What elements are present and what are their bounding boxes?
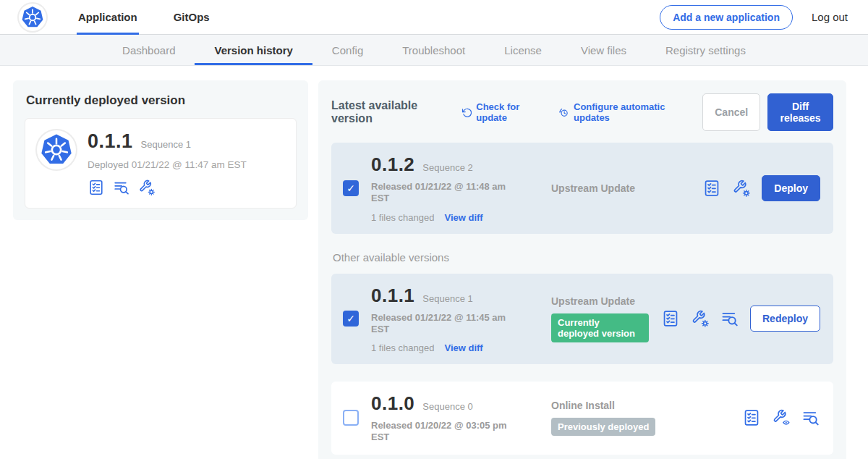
kubernetes-logo bbox=[19, 4, 46, 31]
preflight-checks-icon[interactable] bbox=[742, 408, 761, 427]
released-timestamp: Released 01/21/22 @ 11:45 am EST bbox=[371, 312, 519, 336]
check-for-update-link[interactable]: Check for update bbox=[461, 101, 543, 123]
latest-available-title: Latest available version bbox=[331, 99, 446, 125]
view-logs-icon[interactable] bbox=[113, 179, 130, 196]
version-history-panel: Latest available version Check for updat… bbox=[318, 80, 846, 459]
subnav-config[interactable]: Config bbox=[312, 35, 383, 65]
version-source-label: Online Install bbox=[551, 400, 730, 411]
currently-deployed-title: Currently deployed version bbox=[26, 93, 297, 108]
refresh-icon bbox=[461, 106, 472, 119]
version-row-0-1-0: 0.1.0 Sequence 0 Released 01/20/22 @ 03:… bbox=[331, 382, 833, 455]
view-logs-icon[interactable] bbox=[801, 408, 820, 427]
view-diff-link[interactable]: View diff bbox=[444, 342, 482, 353]
tab-gitops[interactable]: GitOps bbox=[172, 0, 211, 35]
files-changed-label: 1 files changed bbox=[371, 342, 434, 353]
configure-updates-label: Configure automatic updates bbox=[574, 101, 686, 123]
released-timestamp: Released 01/20/22 @ 03:05 pm EST bbox=[371, 420, 519, 444]
preflight-checks-icon[interactable] bbox=[88, 179, 105, 196]
version-source-label: Upstream Update bbox=[551, 182, 690, 194]
version-number: 0.1.2 bbox=[371, 153, 414, 176]
version-number: 0.1.0 bbox=[371, 392, 414, 415]
deployed-sequence-label: Sequence 1 bbox=[141, 139, 191, 150]
edit-config-icon[interactable] bbox=[691, 309, 710, 328]
released-timestamp: Released 01/21/22 @ 11:48 am EST bbox=[371, 181, 519, 205]
deployed-timestamp: Deployed 01/21/22 @ 11:47 am EST bbox=[88, 159, 247, 170]
view-config-icon[interactable] bbox=[772, 408, 791, 427]
diff-releases-button[interactable]: Diff releases bbox=[767, 93, 833, 131]
subnav-troubleshoot[interactable]: Troubleshoot bbox=[383, 35, 485, 65]
deployed-version-number: 0.1.1 bbox=[88, 130, 133, 153]
view-logs-icon[interactable] bbox=[720, 309, 739, 328]
subnav-registry-settings[interactable]: Registry settings bbox=[646, 35, 765, 65]
version-row-0-1-2: ✓ 0.1.2 Sequence 2 Released 01/21/22 @ 1… bbox=[331, 143, 833, 234]
version-number: 0.1.1 bbox=[371, 285, 414, 307]
schedule-update-icon bbox=[558, 106, 569, 119]
app-icon-kubernetes bbox=[37, 130, 76, 169]
app-subnav: Dashboard Version history Config Trouble… bbox=[0, 35, 868, 66]
subnav-view-files[interactable]: View files bbox=[561, 35, 646, 65]
subnav-dashboard[interactable]: Dashboard bbox=[103, 35, 195, 65]
version-source-label: Upstream Update bbox=[551, 295, 649, 307]
subnav-version-history[interactable]: Version history bbox=[195, 35, 312, 65]
deploy-button[interactable]: Deploy bbox=[762, 175, 820, 201]
sequence-label: Sequence 2 bbox=[422, 162, 472, 173]
previously-deployed-badge: Previously deployed bbox=[551, 418, 655, 436]
currently-deployed-panel: Currently deployed version 0.1.1 Sequenc… bbox=[13, 80, 308, 220]
other-versions-title: Other available versions bbox=[333, 251, 833, 264]
add-application-button[interactable]: Add a new application bbox=[660, 5, 793, 30]
preflight-checks-icon[interactable] bbox=[702, 179, 721, 198]
version-checkbox[interactable]: ✓ bbox=[343, 311, 359, 327]
check-for-update-label: Check for update bbox=[476, 101, 542, 123]
currently-deployed-card: 0.1.1 Sequence 1 Deployed 01/21/22 @ 11:… bbox=[25, 118, 297, 209]
logout-link[interactable]: Log out bbox=[812, 11, 848, 23]
currently-deployed-badge: Currently deployed version bbox=[551, 313, 649, 342]
sequence-label: Sequence 1 bbox=[422, 293, 472, 304]
files-changed-label: 1 files changed bbox=[371, 212, 434, 223]
version-row-0-1-1: ✓ 0.1.1 Sequence 1 Released 01/21/22 @ 1… bbox=[331, 274, 833, 365]
tab-application[interactable]: Application bbox=[77, 0, 139, 35]
cancel-button[interactable]: Cancel bbox=[702, 93, 760, 131]
redeploy-button[interactable]: Redeploy bbox=[750, 306, 820, 332]
subnav-license[interactable]: License bbox=[485, 35, 561, 65]
version-checkbox[interactable] bbox=[343, 410, 359, 426]
preflight-checks-icon[interactable] bbox=[661, 309, 680, 328]
edit-config-icon[interactable] bbox=[138, 179, 156, 196]
view-diff-link[interactable]: View diff bbox=[444, 212, 482, 223]
configure-automatic-updates-link[interactable]: Configure automatic updates bbox=[558, 101, 686, 123]
version-checkbox[interactable]: ✓ bbox=[343, 180, 359, 196]
sequence-label: Sequence 0 bbox=[422, 401, 472, 412]
edit-config-icon[interactable] bbox=[732, 179, 751, 198]
app-header: Application GitOps Add a new application… bbox=[0, 0, 868, 35]
